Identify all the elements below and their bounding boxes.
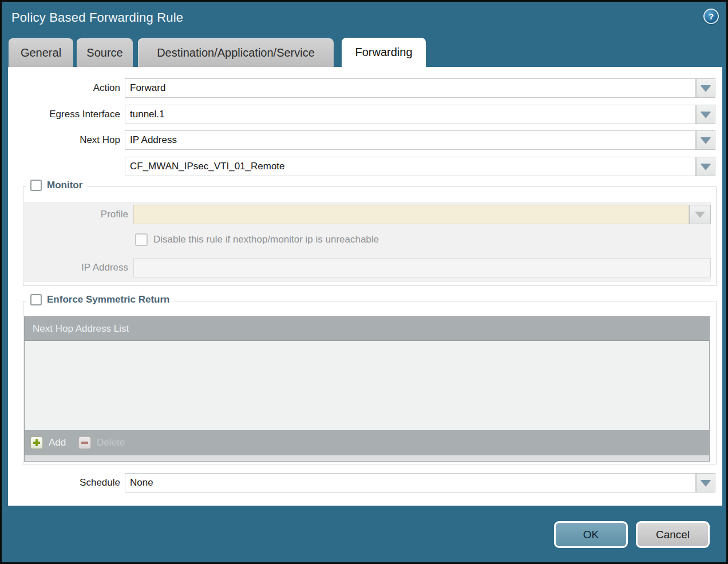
ok-button[interactable]: OK <box>554 521 628 548</box>
enforce-symmetric-return-legend: Enforce Symmetric Return <box>26 294 174 305</box>
monitor-ip-address-label: IP Address <box>24 258 128 277</box>
egress-interface-dropdown-button[interactable] <box>696 105 715 124</box>
action-label: Action <box>8 78 120 98</box>
plus-icon[interactable] <box>30 436 43 449</box>
dialog-title: Policy Based Forwarding Rule <box>11 10 183 25</box>
chevron-down-icon <box>695 212 705 218</box>
next-hop-label: Next Hop <box>8 130 120 150</box>
table-bottom-strip <box>25 455 709 461</box>
tab-source[interactable]: Source <box>77 38 133 67</box>
egress-interface-select[interactable] <box>125 105 696 124</box>
schedule-row: Schedule <box>8 473 722 492</box>
delete-button: Delete <box>97 430 125 455</box>
add-button[interactable]: Add <box>49 430 66 455</box>
action-row: Action <box>8 78 722 98</box>
next-hop-address-row <box>8 157 722 176</box>
tab-label: Forwarding <box>342 38 426 66</box>
schedule-label: Schedule <box>8 473 120 492</box>
tab-destination-application-service[interactable]: Destination/Application/Service <box>138 38 334 67</box>
chevron-down-icon <box>701 85 711 92</box>
chevron-down-icon <box>701 480 711 486</box>
enforce-symmetric-return-group: Enforce Symmetric Return Next Hop Addres… <box>23 301 717 464</box>
schedule-select[interactable] <box>125 473 696 492</box>
tab-forwarding[interactable]: Forwarding <box>342 38 426 67</box>
cancel-button[interactable]: Cancel <box>636 521 710 548</box>
action-dropdown-button[interactable] <box>696 78 715 98</box>
monitor-legend: Monitor <box>26 180 87 191</box>
chevron-down-icon <box>701 164 711 170</box>
monitor-ip-address-input <box>133 258 711 277</box>
disable-rule-checkbox <box>135 233 148 246</box>
next-hop-address-dropdown-button[interactable] <box>696 157 715 176</box>
schedule-dropdown-button[interactable] <box>696 473 715 492</box>
enforce-symmetric-return-title: Enforce Symmetric Return <box>47 294 169 305</box>
next-hop-row: Next Hop <box>8 130 722 150</box>
next-hop-type-dropdown-button[interactable] <box>696 130 715 150</box>
tab-general[interactable]: General <box>9 38 73 67</box>
egress-interface-label: Egress Interface <box>8 105 120 124</box>
next-hop-address-select[interactable] <box>125 157 696 176</box>
profile-label: Profile <box>24 205 128 224</box>
monitor-checkbox[interactable] <box>30 180 42 191</box>
policy-based-forwarding-rule-dialog: Policy Based Forwarding Rule ? General S… <box>0 0 728 564</box>
profile-select <box>133 205 689 224</box>
next-hop-address-list-header: Next Hop Address List <box>25 317 709 341</box>
next-hop-type-select[interactable] <box>125 130 696 150</box>
tab-label: Destination/Application/Service <box>138 38 334 67</box>
next-hop-address-list-table: Next Hop Address List Add Delete <box>24 316 710 462</box>
action-select[interactable] <box>125 78 696 98</box>
egress-interface-row: Egress Interface <box>8 105 722 124</box>
disable-rule-label: Disable this rule if nexthop/monitor ip … <box>153 230 379 249</box>
tab-label: Source <box>77 38 133 67</box>
monitor-group: Monitor Profile Disable this rule if nex… <box>23 186 717 286</box>
chevron-down-icon <box>701 112 711 118</box>
chevron-down-icon <box>701 137 711 144</box>
profile-dropdown-button <box>689 205 711 224</box>
forwarding-tab-panel: Action Egress Interface Next Hop <box>8 67 722 506</box>
monitor-title: Monitor <box>47 180 82 191</box>
next-hop-address-list-toolbar: Add Delete <box>25 430 709 455</box>
minus-icon <box>78 436 91 449</box>
help-icon[interactable]: ? <box>703 9 719 24</box>
next-hop-address-list-body[interactable] <box>25 341 709 430</box>
tab-label: General <box>9 38 73 67</box>
enforce-symmetric-return-checkbox[interactable] <box>30 294 42 305</box>
monitor-panel: Profile Disable this rule if nexthop/mon… <box>24 202 711 282</box>
